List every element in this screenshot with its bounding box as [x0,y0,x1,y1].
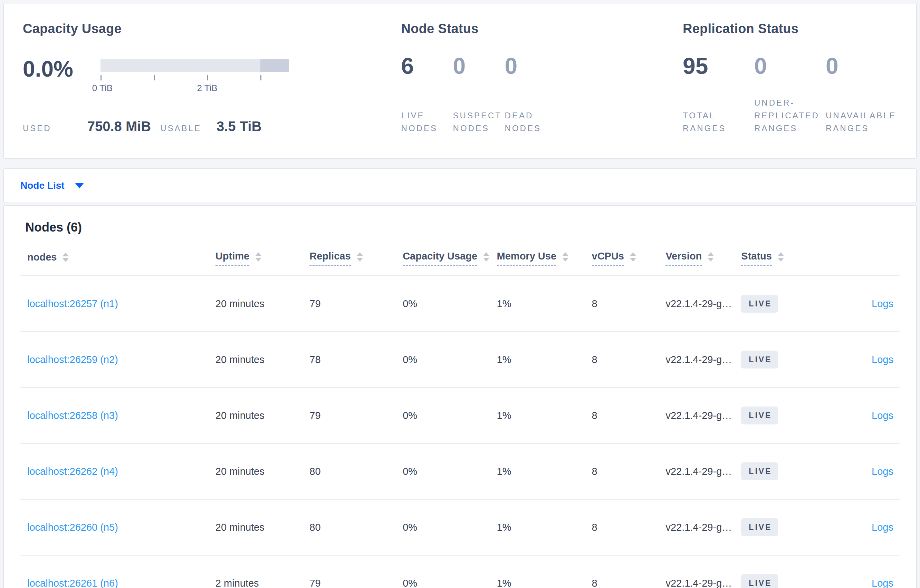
view-selector-card: Node List [3,168,917,203]
logs-link[interactable]: Logs [871,578,893,588]
node-status-values: 6 0 0 [401,55,683,77]
cell-replicas: 79 [303,276,396,332]
cell-vcpus: 8 [585,555,659,588]
capacity-bar-chart: 0 TiB 2 TiB [100,55,289,94]
logs-link[interactable]: Logs [871,354,893,365]
cell-replicas: 79 [303,388,396,443]
nodes-table: nodes Uptime Replicas Capacity Usage [20,250,900,588]
unavailable-ranges-count: 0 [826,55,897,77]
cell-vcpus: 8 [585,388,659,443]
cell-version: v22.1.4-29-g… [659,276,734,332]
live-nodes-count: 6 [401,55,453,77]
cell-memory: 1% [490,332,585,388]
cell-address: localhost:26262 (n4) [20,443,209,499]
replication-status-title: Replication Status [683,21,897,37]
column-header-memory-use[interactable]: Memory Use [490,250,585,276]
capacity-usage-summary: USED 750.8 MiB USABLE 3.5 TiB [23,119,401,134]
cell-status: LIVE [734,332,808,388]
node-address-link[interactable]: localhost:26257 (n1) [27,298,118,309]
column-header-capacity-usage[interactable]: Capacity Usage [396,250,490,276]
table-row: localhost:26257 (n1)20 minutes790%1%8v22… [20,276,900,332]
logs-link[interactable]: Logs [871,466,893,477]
logs-link[interactable]: Logs [871,410,893,421]
axis-tick [154,75,155,81]
capacity-gauge: 0.0% 0 TiB 2 TiB [23,55,401,94]
usable-value: 3.5 TiB [217,119,261,134]
node-status-title: Node Status [401,21,683,37]
column-header-nodes[interactable]: nodes [20,250,209,276]
column-header-logs [808,250,900,276]
nodes-table-card: Nodes (6) nodes Uptime Replica [3,205,917,588]
logs-link[interactable]: Logs [871,522,893,533]
node-address-link[interactable]: localhost:26259 (n2) [27,354,118,365]
cell-status: LIVE [734,443,808,499]
cell-logs: Logs [808,499,900,555]
cell-address: localhost:26257 (n1) [20,276,209,332]
capacity-percent-value: 0.0% [23,55,83,94]
axis-label-2tib: 2 TiB [197,83,217,94]
usable-label: USABLE [160,124,201,133]
axis-tick [100,75,102,81]
column-header-version[interactable]: Version [659,250,734,276]
chevron-down-icon [75,183,84,188]
node-status-panel: Node Status 6 0 0 LIVE NODES SUSPECT NOD… [401,21,683,158]
table-row: localhost:26260 (n5)20 minutes800%1%8v22… [20,499,900,555]
cell-replicas: 79 [303,555,396,588]
cell-memory: 1% [490,276,585,332]
cell-status: LIVE [734,499,808,555]
cell-version: v22.1.4-29-g… [659,443,734,499]
cell-memory: 1% [490,555,585,588]
column-header-vcpus[interactable]: vCPUs [585,250,659,276]
column-header-status[interactable]: Status [734,250,808,276]
cell-status: LIVE [734,388,808,443]
cell-uptime: 20 minutes [209,443,303,499]
cell-memory: 1% [490,388,585,443]
status-badge: LIVE [741,574,778,588]
cell-status: LIVE [734,555,808,588]
node-address-link[interactable]: localhost:26262 (n4) [27,466,118,477]
capacity-bar-dark-segment [261,59,289,72]
capacity-axis-ticks [100,75,289,81]
node-list-dropdown[interactable]: Node List [20,180,84,191]
cell-uptime: 20 minutes [209,276,303,332]
cell-logs: Logs [808,332,900,388]
axis-label-0tib: 0 TiB [92,83,113,94]
column-header-replicas[interactable]: Replicas [303,250,396,276]
sort-arrows-icon [255,252,261,264]
cell-capacity: 0% [396,388,490,443]
cell-memory: 1% [490,499,585,555]
cell-uptime: 20 minutes [209,499,303,555]
node-address-link[interactable]: localhost:26258 (n3) [27,410,118,421]
sort-arrows-icon [630,252,636,264]
node-status-labels: LIVE NODES SUSPECT NODES DEAD NODES [401,106,683,134]
cell-replicas: 78 [303,332,396,388]
node-address-link[interactable]: localhost:26261 (n6) [27,578,118,588]
cell-version: v22.1.4-29-g… [659,555,734,588]
cell-address: localhost:26258 (n3) [20,388,209,443]
cell-logs: Logs [808,555,900,588]
status-badge: LIVE [741,351,778,368]
unavailable-ranges-label: UNAVAILABLE RANGES [826,109,897,134]
cell-capacity: 0% [396,443,490,499]
capacity-usage-panel: Capacity Usage 0.0% 0 TiB 2 TiB [23,21,401,158]
live-nodes-label: LIVE NODES [401,109,453,134]
sort-arrows-icon [562,252,569,264]
cell-vcpus: 8 [585,332,659,388]
sort-arrows-icon [708,252,714,264]
cell-capacity: 0% [396,499,490,555]
nodes-table-title: Nodes (6) [25,220,900,235]
replication-values: 95 0 0 [683,55,897,77]
used-value: 750.8 MiB [87,119,151,134]
logs-link[interactable]: Logs [871,298,893,309]
node-address-link[interactable]: localhost:26260 (n5) [27,522,118,533]
column-header-uptime[interactable]: Uptime [209,250,303,276]
sort-arrows-icon [357,252,363,264]
cell-address: localhost:26259 (n2) [20,332,209,388]
cell-vcpus: 8 [585,443,659,499]
cell-vcpus: 8 [585,276,659,332]
table-row: localhost:26262 (n4)20 minutes800%1%8v22… [20,443,900,499]
cell-version: v22.1.4-29-g… [659,499,734,555]
cell-capacity: 0% [396,555,490,588]
total-ranges-label: TOTAL RANGES [683,109,754,134]
cell-uptime: 20 minutes [209,388,303,443]
